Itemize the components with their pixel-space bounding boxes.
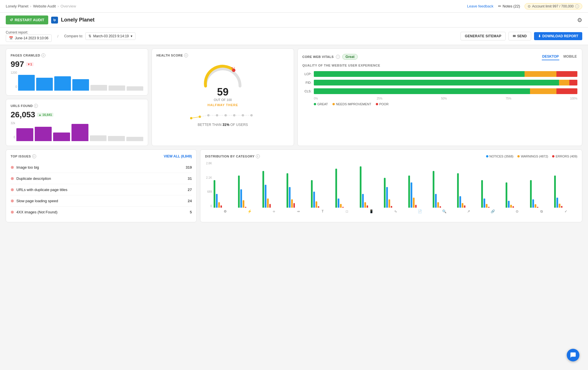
cwv-lcp-label: LCP: — [302, 72, 312, 76]
urls-change-badge: ▲ 16,641 — [37, 113, 54, 117]
dist-icon: ‹› — [262, 209, 286, 213]
dist-bar-group — [408, 162, 432, 208]
issue-4-text: Slow page loading speed — [16, 199, 58, 203]
account-limit: ⊙ Account limit 997 / 700,000 i — [525, 3, 582, 9]
cwv-legend: GREAT NEEDS IMPROVEMENT POOR — [314, 102, 577, 106]
info-icon-cwv[interactable]: i — [336, 55, 340, 59]
generate-sitemap-button[interactable]: GENERATE SITEMAP — [461, 32, 506, 40]
issue-2-left: ⊗ Duplicate description — [11, 176, 51, 181]
cwv-title-row: CORE WEB VITALS i Great — [302, 54, 358, 60]
info-icon-account[interactable]: i — [575, 4, 579, 8]
info-icon-health[interactable]: i — [184, 53, 188, 57]
legend-notices: NOTICES (3568) — [486, 155, 514, 158]
tab-mobile[interactable]: MOBILE — [563, 53, 577, 60]
dist-icon: ⚡ — [238, 209, 261, 213]
header-row: ↺ RESTART AUDIT lp Lonely Planet ⚙ — [0, 13, 588, 28]
issues-header: TOP ISSUES i VIEW ALL (8,849) — [11, 154, 192, 158]
breadcrumb-lonely-planet[interactable]: Lonely Planet — [6, 4, 28, 8]
issue-5-left: ⊗ 4XX images (Not Found) — [11, 210, 57, 214]
urls-bar — [90, 135, 107, 141]
view-all-link[interactable]: VIEW ALL (8,849) — [164, 154, 192, 158]
compare-arrows-icon: ⇅ — [88, 34, 91, 38]
gauge-container: ▼2 59 OUT OF 100 — [156, 60, 289, 102]
dist-icon: ⧉ — [530, 209, 553, 213]
dist-bar-group — [360, 162, 383, 208]
dist-chart — [214, 162, 577, 208]
urls-bar — [53, 133, 70, 141]
send-button[interactable]: ✉ SEND — [508, 32, 531, 40]
great-badge: Great — [342, 54, 357, 60]
dist-icon: □ — [335, 209, 359, 213]
current-report-date[interactable]: 📅 June-14 2023 9:10:06 — [6, 34, 52, 42]
top-issues-card: TOP ISSUES i VIEW ALL (8,849) ⊗ Image to… — [6, 149, 197, 222]
urls-bar — [108, 136, 125, 141]
cwv-fid-bar — [314, 80, 577, 85]
pages-mini-chart — [18, 73, 143, 91]
issue-1-count: 319 — [186, 165, 192, 170]
pages-bar — [54, 76, 71, 91]
dist-bar-group — [238, 162, 261, 208]
feedback-link[interactable]: Leave feedback — [467, 4, 494, 8]
breadcrumb-website-audit[interactable]: Website Audit — [33, 4, 56, 8]
info-icon-urls[interactable]: i — [34, 104, 38, 108]
dist-icon: 🔍 — [433, 209, 456, 213]
compare-section: Compare to: ⇅ March-03 2023 9:14:19 ▾ — [64, 32, 135, 40]
error-icon-3: ⊗ — [11, 187, 14, 192]
compare-date-picker[interactable]: ⇅ March-03 2023 9:14:19 ▾ — [85, 32, 135, 40]
info-icon-pages[interactable]: i — [41, 53, 45, 57]
dist-bar-group — [457, 162, 480, 208]
cwv-cls-label: CLS: — [302, 89, 312, 93]
cwv-lcp-bar — [314, 71, 577, 77]
notes-button[interactable]: ✏ Notes (22) — [498, 4, 520, 8]
dist-bar-group — [335, 162, 359, 208]
main-grid: PAGES CRAWLED i 997 ▼1 1200 0 URLS FOUND… — [0, 45, 588, 149]
urls-mini-chart — [16, 124, 143, 141]
pages-change-badge: ▼1 — [26, 62, 34, 66]
pages-bar — [72, 79, 89, 91]
issue-row-4: ⊗ Slow page loading speed 24 — [11, 195, 192, 207]
issue-row-5: ⊗ 4XX images (Not Found) 5 — [11, 207, 192, 217]
svg-line-11 — [200, 115, 208, 117]
restart-audit-button[interactable]: ↺ RESTART AUDIT — [6, 15, 48, 24]
error-icon-1: ⊗ — [11, 165, 14, 170]
download-report-button[interactable]: ⬇ DOWNLOAD REPORT — [534, 32, 582, 40]
info-icon-dist[interactable]: i — [256, 154, 260, 158]
controls-row: Current report: 📅 June-14 2023 9:10:06 /… — [0, 28, 588, 45]
dist-bar-group — [262, 162, 286, 208]
urls-bar — [71, 124, 88, 141]
pages-bar — [36, 78, 53, 91]
current-report-label: Current report: — [6, 30, 52, 34]
legend-warnings: WARNINGS (4872) — [517, 155, 548, 158]
info-icon-issues[interactable]: i — [32, 154, 36, 158]
core-web-vitals-card: CORE WEB VITALS i Great DESKTOP MOBILE Q… — [297, 48, 582, 146]
settings-button[interactable]: ⚙ — [577, 17, 582, 24]
cwv-header: CORE WEB VITALS i Great DESKTOP MOBILE — [302, 53, 577, 60]
pages-bar — [90, 85, 107, 91]
urls-found-card: URLS FOUND i 26,053 ▲ 16,641 32k 0 — [6, 99, 148, 146]
dist-title-row: DISTRIBUTION BY CATEGORY i — [205, 154, 260, 158]
trend-sparkline — [156, 110, 289, 121]
distribution-card: DISTRIBUTION BY CATEGORY i NOTICES (3568… — [200, 149, 582, 222]
current-report-section: Current report: 📅 June-14 2023 9:10:06 — [6, 30, 52, 42]
controls-left: Current report: 📅 June-14 2023 9:10:06 /… — [6, 30, 136, 42]
svg-text:▼2: ▼2 — [231, 67, 235, 69]
urls-scale: 32k 0 — [11, 122, 15, 139]
health-score-card: HEALTH SCORE i ▼2 59 OUT OF 100 HALFWAY … — [152, 48, 294, 146]
issue-4-count: 24 — [188, 199, 192, 203]
legend-poor: POOR — [376, 102, 388, 106]
issue-row-1: ⊗ Image too big 319 — [11, 162, 192, 173]
issue-1-text: Image too big — [16, 165, 39, 170]
pages-crawled-card: PAGES CRAWLED i 997 ▼1 1200 0 — [6, 48, 148, 96]
tab-desktop[interactable]: DESKTOP — [542, 53, 560, 60]
issue-row-2: ⊗ Duplicate description 31 — [11, 173, 192, 184]
issue-5-count: 5 — [190, 210, 192, 214]
desktop-mobile-tabs: DESKTOP MOBILE — [542, 53, 577, 60]
left-col: PAGES CRAWLED i 997 ▼1 1200 0 URLS FOUND… — [6, 48, 148, 146]
chevron-down-icon: ▾ — [131, 34, 132, 38]
health-score-title: HEALTH SCORE i — [156, 53, 289, 57]
dist-icon: ↗ — [457, 209, 480, 213]
top-nav: Lonely Planet › Website Audit › Overview… — [0, 0, 588, 13]
legend-needs: NEEDS IMPROVEMENT — [332, 102, 371, 106]
dist-icon: 📄 — [408, 209, 432, 213]
legend-great: GREAT — [314, 102, 328, 106]
